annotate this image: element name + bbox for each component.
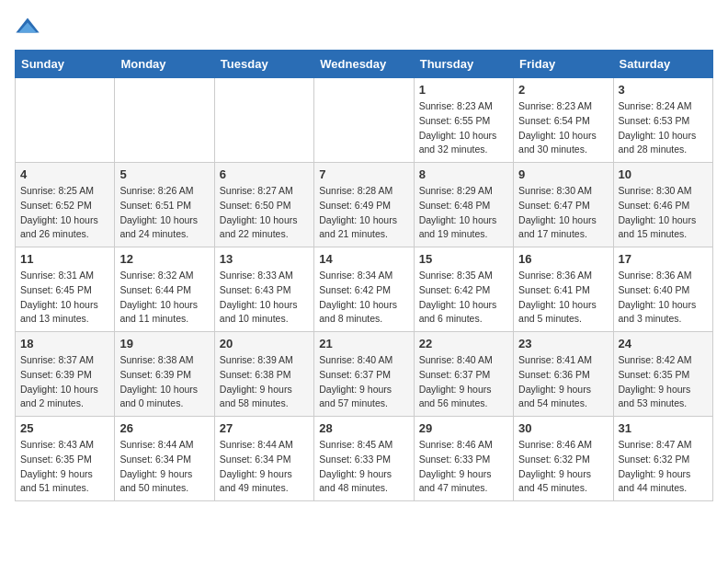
calendar-cell: 20Sunrise: 8:39 AM Sunset: 6:38 PM Dayli…	[214, 332, 313, 417]
header-day-tuesday: Tuesday	[214, 51, 313, 78]
day-info: Sunrise: 8:36 AM Sunset: 6:40 PM Dayligh…	[619, 269, 708, 327]
day-info: Sunrise: 8:35 AM Sunset: 6:42 PM Dayligh…	[419, 269, 508, 327]
day-info: Sunrise: 8:26 AM Sunset: 6:51 PM Dayligh…	[119, 184, 209, 242]
calendar-cell: 31Sunrise: 8:47 AM Sunset: 6:32 PM Dayli…	[613, 417, 712, 501]
calendar-cell: 13Sunrise: 8:33 AM Sunset: 6:43 PM Dayli…	[214, 247, 313, 332]
day-info: Sunrise: 8:40 AM Sunset: 6:37 PM Dayligh…	[419, 353, 508, 411]
calendar-cell: 8Sunrise: 8:29 AM Sunset: 6:48 PM Daylig…	[414, 163, 513, 247]
day-info: Sunrise: 8:39 AM Sunset: 6:38 PM Dayligh…	[220, 353, 309, 411]
calendar-cell: 27Sunrise: 8:44 AM Sunset: 6:34 PM Dayli…	[214, 417, 313, 501]
day-number: 7	[319, 167, 408, 181]
calendar-cell: 7Sunrise: 8:28 AM Sunset: 6:49 PM Daylig…	[314, 163, 414, 247]
day-info: Sunrise: 8:40 AM Sunset: 6:37 PM Dayligh…	[319, 353, 408, 411]
day-number: 9	[518, 167, 608, 181]
header-day-saturday: Saturday	[613, 51, 712, 78]
day-number: 4	[20, 167, 109, 181]
logo	[15, 15, 44, 40]
day-info: Sunrise: 8:32 AM Sunset: 6:44 PM Dayligh…	[119, 269, 209, 327]
day-info: Sunrise: 8:36 AM Sunset: 6:41 PM Dayligh…	[518, 269, 608, 327]
day-number: 25	[20, 421, 109, 435]
calendar-cell: 6Sunrise: 8:27 AM Sunset: 6:50 PM Daylig…	[214, 163, 313, 247]
day-number: 18	[20, 337, 109, 350]
calendar-cell: 9Sunrise: 8:30 AM Sunset: 6:47 PM Daylig…	[514, 163, 613, 247]
day-info: Sunrise: 8:41 AM Sunset: 6:36 PM Dayligh…	[518, 353, 608, 411]
calendar-cell: 17Sunrise: 8:36 AM Sunset: 6:40 PM Dayli…	[613, 247, 712, 332]
day-number: 23	[518, 337, 608, 350]
day-number: 16	[518, 252, 608, 266]
header-day-thursday: Thursday	[414, 51, 513, 78]
calendar-cell: 10Sunrise: 8:30 AM Sunset: 6:46 PM Dayli…	[613, 163, 712, 247]
day-info: Sunrise: 8:30 AM Sunset: 6:46 PM Dayligh…	[619, 184, 708, 242]
day-number: 3	[619, 83, 708, 97]
day-number: 15	[419, 252, 508, 266]
calendar-cell: 19Sunrise: 8:38 AM Sunset: 6:39 PM Dayli…	[115, 332, 214, 417]
day-number: 27	[220, 421, 309, 435]
day-info: Sunrise: 8:34 AM Sunset: 6:42 PM Dayligh…	[319, 269, 408, 327]
calendar-week-row: 25Sunrise: 8:43 AM Sunset: 6:35 PM Dayli…	[16, 417, 713, 501]
day-info: Sunrise: 8:43 AM Sunset: 6:35 PM Dayligh…	[20, 438, 109, 496]
calendar-cell: 23Sunrise: 8:41 AM Sunset: 6:36 PM Dayli…	[514, 332, 613, 417]
calendar-cell: 26Sunrise: 8:44 AM Sunset: 6:34 PM Dayli…	[115, 417, 214, 501]
day-info: Sunrise: 8:33 AM Sunset: 6:43 PM Dayligh…	[220, 269, 309, 327]
calendar-cell: 16Sunrise: 8:36 AM Sunset: 6:41 PM Dayli…	[514, 247, 613, 332]
day-info: Sunrise: 8:46 AM Sunset: 6:33 PM Dayligh…	[419, 438, 508, 496]
calendar-cell: 25Sunrise: 8:43 AM Sunset: 6:35 PM Dayli…	[16, 417, 115, 501]
day-number: 30	[518, 421, 608, 435]
day-info: Sunrise: 8:44 AM Sunset: 6:34 PM Dayligh…	[119, 438, 209, 496]
header-day-wednesday: Wednesday	[314, 51, 414, 78]
calendar-cell	[214, 78, 313, 163]
day-info: Sunrise: 8:28 AM Sunset: 6:49 PM Dayligh…	[319, 184, 408, 242]
day-info: Sunrise: 8:44 AM Sunset: 6:34 PM Dayligh…	[220, 438, 309, 496]
day-info: Sunrise: 8:25 AM Sunset: 6:52 PM Dayligh…	[20, 184, 109, 242]
calendar-cell: 21Sunrise: 8:40 AM Sunset: 6:37 PM Dayli…	[314, 332, 414, 417]
calendar-table: SundayMondayTuesdayWednesdayThursdayFrid…	[15, 50, 713, 501]
day-info: Sunrise: 8:47 AM Sunset: 6:32 PM Dayligh…	[619, 438, 708, 496]
calendar-week-row: 11Sunrise: 8:31 AM Sunset: 6:45 PM Dayli…	[16, 247, 713, 332]
calendar-cell: 4Sunrise: 8:25 AM Sunset: 6:52 PM Daylig…	[16, 163, 115, 247]
calendar-cell: 3Sunrise: 8:24 AM Sunset: 6:53 PM Daylig…	[613, 78, 712, 163]
day-number: 12	[119, 252, 209, 266]
day-number: 8	[419, 167, 508, 181]
header	[15, 15, 713, 40]
calendar-cell: 1Sunrise: 8:23 AM Sunset: 6:55 PM Daylig…	[414, 78, 513, 163]
day-number: 10	[619, 167, 708, 181]
calendar-cell: 12Sunrise: 8:32 AM Sunset: 6:44 PM Dayli…	[115, 247, 214, 332]
calendar-cell: 24Sunrise: 8:42 AM Sunset: 6:35 PM Dayli…	[613, 332, 712, 417]
logo-icon	[15, 15, 40, 40]
day-info: Sunrise: 8:38 AM Sunset: 6:39 PM Dayligh…	[119, 353, 209, 411]
calendar-week-row: 4Sunrise: 8:25 AM Sunset: 6:52 PM Daylig…	[16, 163, 713, 247]
header-day-friday: Friday	[514, 51, 613, 78]
day-number: 14	[319, 252, 408, 266]
day-number: 26	[119, 421, 209, 435]
day-info: Sunrise: 8:46 AM Sunset: 6:32 PM Dayligh…	[518, 438, 608, 496]
calendar-cell	[314, 78, 414, 163]
day-info: Sunrise: 8:24 AM Sunset: 6:53 PM Dayligh…	[619, 99, 708, 157]
day-number: 21	[319, 337, 408, 350]
day-number: 11	[20, 252, 109, 266]
calendar-cell	[16, 78, 115, 163]
calendar-cell: 28Sunrise: 8:45 AM Sunset: 6:33 PM Dayli…	[314, 417, 414, 501]
calendar-cell: 29Sunrise: 8:46 AM Sunset: 6:33 PM Dayli…	[414, 417, 513, 501]
day-number: 19	[119, 337, 209, 350]
calendar-cell: 22Sunrise: 8:40 AM Sunset: 6:37 PM Dayli…	[414, 332, 513, 417]
day-number: 5	[119, 167, 209, 181]
day-number: 1	[419, 83, 508, 97]
day-info: Sunrise: 8:29 AM Sunset: 6:48 PM Dayligh…	[419, 184, 508, 242]
day-number: 17	[619, 252, 708, 266]
day-number: 2	[518, 83, 608, 97]
day-number: 13	[220, 252, 309, 266]
header-day-monday: Monday	[115, 51, 214, 78]
day-number: 24	[619, 337, 708, 350]
day-number: 31	[619, 421, 708, 435]
calendar-cell: 18Sunrise: 8:37 AM Sunset: 6:39 PM Dayli…	[16, 332, 115, 417]
calendar-cell: 2Sunrise: 8:23 AM Sunset: 6:54 PM Daylig…	[514, 78, 613, 163]
day-info: Sunrise: 8:42 AM Sunset: 6:35 PM Dayligh…	[619, 353, 708, 411]
day-number: 6	[220, 167, 309, 181]
day-info: Sunrise: 8:31 AM Sunset: 6:45 PM Dayligh…	[20, 269, 109, 327]
day-number: 20	[220, 337, 309, 350]
day-number: 28	[319, 421, 408, 435]
day-number: 22	[419, 337, 508, 350]
calendar-cell: 14Sunrise: 8:34 AM Sunset: 6:42 PM Dayli…	[314, 247, 414, 332]
day-info: Sunrise: 8:37 AM Sunset: 6:39 PM Dayligh…	[20, 353, 109, 411]
header-day-sunday: Sunday	[16, 51, 115, 78]
